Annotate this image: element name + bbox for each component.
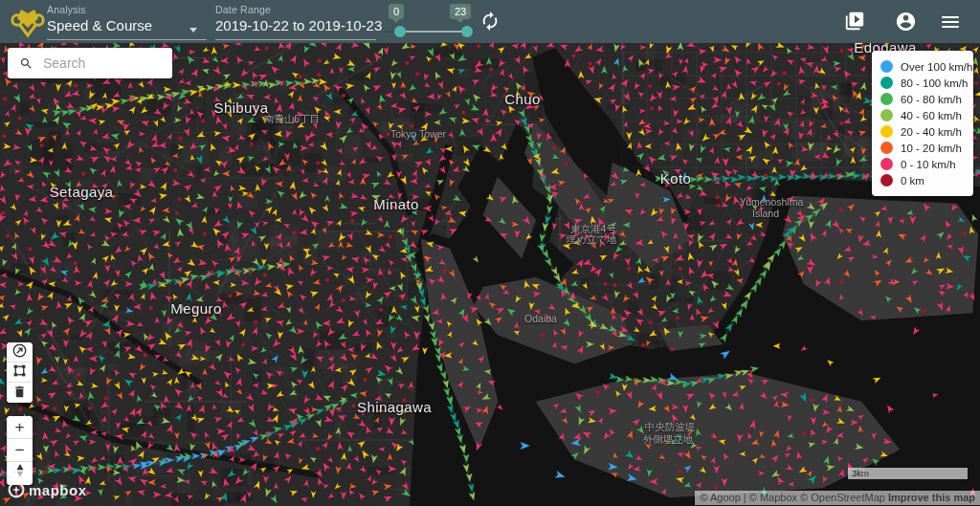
draw-rectangle-icon bbox=[11, 363, 28, 379]
analysis-label: Analysis bbox=[47, 4, 86, 15]
account-button[interactable] bbox=[894, 11, 917, 33]
draw-circle-select-icon bbox=[11, 342, 28, 359]
zoom-out-button[interactable]: − bbox=[7, 439, 33, 462]
account-circle-icon bbox=[895, 11, 917, 33]
legend-color-dot bbox=[880, 93, 893, 105]
trash-icon bbox=[12, 385, 27, 399]
field-underline bbox=[215, 39, 376, 40]
attribution: © Agoop | © Mapbox © OpenStreetMapImprov… bbox=[695, 491, 980, 505]
video-library-button[interactable] bbox=[843, 11, 866, 33]
legend-color-dot bbox=[880, 158, 893, 170]
map-canvas[interactable] bbox=[0, 43, 980, 506]
legend-item: 0 km bbox=[880, 172, 965, 188]
legend-color-dot bbox=[880, 60, 893, 73]
slider-min-badge: 0 bbox=[389, 4, 404, 19]
date-range-label: Date Range bbox=[215, 4, 271, 15]
date-range-field[interactable]: Date Range 2019-10-22 to 2019-10-23 bbox=[215, 4, 376, 38]
refresh-button[interactable] bbox=[479, 11, 501, 33]
hour-range-slider: 0 23 bbox=[381, 0, 481, 43]
zoom-controls: + − bbox=[7, 416, 33, 485]
app-logo-icon bbox=[10, 6, 46, 38]
slider-max-badge: 23 bbox=[450, 4, 471, 19]
analysis-value: Speed & Course bbox=[47, 17, 152, 33]
improve-map-link[interactable]: Improve this map bbox=[888, 492, 975, 503]
legend-color-dot bbox=[880, 174, 893, 187]
slider-handle-end[interactable] bbox=[461, 26, 473, 37]
legend-item: 20 - 40 km/h bbox=[880, 123, 965, 140]
legend-color-dot bbox=[880, 109, 893, 121]
legend-item: 0 - 10 km/h bbox=[880, 156, 965, 172]
speed-legend: Over 100 km/h 80 - 100 km/h 60 - 80 km/h… bbox=[872, 51, 973, 196]
refresh-icon bbox=[479, 11, 501, 32]
scale-bar: 3km bbox=[848, 468, 968, 479]
video-library-icon bbox=[844, 11, 865, 32]
search-icon bbox=[19, 56, 33, 71]
legend-item: 60 - 80 km/h bbox=[880, 91, 965, 107]
zoom-in-button[interactable]: + bbox=[7, 416, 33, 439]
draw-rectangle-tool-button[interactable] bbox=[7, 363, 33, 383]
delete-drawing-button[interactable] bbox=[7, 383, 33, 403]
search-input[interactable] bbox=[43, 55, 156, 71]
legend-color-dot bbox=[880, 77, 893, 89]
top-bar: Analysis Speed & Course Date Range 2019-… bbox=[0, 0, 980, 43]
chevron-down-icon bbox=[189, 28, 197, 33]
slider-handle-start[interactable] bbox=[394, 26, 406, 37]
mapbox-logo[interactable]: mapbox bbox=[8, 481, 87, 498]
draw-toolbar bbox=[7, 342, 33, 403]
legend-item: 80 - 100 km/h bbox=[880, 75, 965, 91]
analysis-select[interactable]: Analysis Speed & Course bbox=[47, 4, 207, 38]
menu-button[interactable] bbox=[939, 11, 962, 33]
legend-color-dot bbox=[880, 125, 893, 138]
search-box[interactable] bbox=[8, 48, 172, 78]
mapbox-logo-icon bbox=[8, 481, 25, 498]
legend-item: 10 - 20 km/h bbox=[880, 140, 965, 156]
menu-icon bbox=[942, 16, 959, 18]
legend-color-dot bbox=[880, 142, 893, 154]
slider-track-fill bbox=[400, 31, 467, 33]
draw-circle-tool-button[interactable] bbox=[7, 342, 33, 363]
date-range-value: 2019-10-22 to 2019-10-23 bbox=[215, 17, 382, 33]
legend-item: 40 - 60 km/h bbox=[880, 107, 965, 123]
field-underline bbox=[47, 39, 207, 40]
compass-icon bbox=[13, 463, 27, 478]
legend-item: Over 100 km/h bbox=[880, 58, 965, 75]
